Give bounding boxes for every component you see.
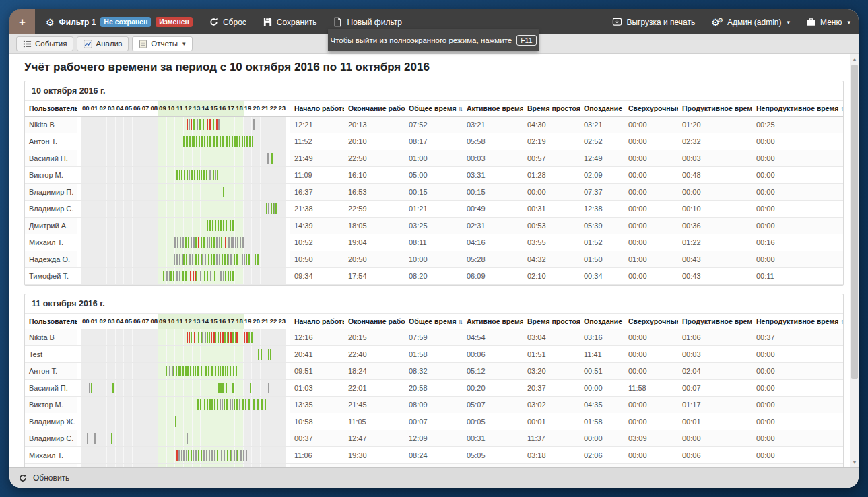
activity-segment	[216, 237, 221, 248]
metric-cell: 00:48	[678, 167, 752, 184]
column-header-metric[interactable]: Общее время	[405, 101, 463, 117]
column-header-metric[interactable]: Продуктивное время	[678, 101, 752, 117]
activity-segment	[234, 399, 238, 410]
metric-cell: 01:58	[580, 413, 624, 430]
column-header-user[interactable]: Пользователь	[25, 314, 77, 329]
column-header-metric[interactable]: Активное время	[463, 101, 523, 117]
column-header-metric[interactable]: Окончание работы	[344, 314, 405, 329]
day-title: 10 октября 2016 г.	[25, 81, 843, 101]
activity-segment	[246, 254, 251, 265]
tab-reports-label: Отчеты	[151, 40, 178, 48]
column-header-metric[interactable]: Начало работы	[290, 314, 344, 329]
activity-segment	[191, 170, 200, 180]
metric-cell: 03:09	[624, 430, 678, 447]
metric-cell: 07:59	[405, 329, 463, 346]
column-header-metric[interactable]: Время простоя	[523, 101, 580, 117]
metric-cell: 20:58	[405, 380, 463, 397]
column-header-metric[interactable]: Сверхурочные	[624, 314, 678, 329]
metric-cell: 03:21	[463, 117, 523, 133]
metric-cell: 11:58	[624, 380, 678, 397]
hour-header-cell: 01	[90, 314, 99, 329]
hour-header-cell: 15	[209, 314, 218, 329]
timeline-grid	[81, 184, 286, 200]
scrollbar-thumb[interactable]	[851, 65, 858, 379]
activity-segment	[207, 136, 212, 147]
column-header-metric[interactable]: Продуктивное время	[678, 314, 752, 329]
tab-events[interactable]: События	[16, 36, 73, 51]
changed-badge: Изменен	[156, 17, 193, 27]
metric-cell: 00:31	[523, 201, 580, 218]
activity-segment	[112, 383, 114, 393]
activity-segment	[207, 332, 211, 343]
metric-cell: 05:05	[463, 447, 523, 464]
column-header-metric[interactable]: Сверхурочные	[624, 101, 678, 117]
timeline-cell	[77, 184, 290, 201]
save-button[interactable]: Сохранить	[255, 9, 325, 34]
fullscreen-tooltip: Чтобы выйти из полноэкранного режима, на…	[328, 29, 539, 51]
tab-analysis[interactable]: Анализ	[77, 36, 129, 51]
metric-cell: 04:30	[523, 117, 580, 133]
activity-segment	[221, 450, 226, 461]
column-header-user[interactable]: Пользователь	[25, 101, 77, 117]
activity-segment	[261, 349, 262, 360]
filter-name-label: Фильтр 1	[59, 18, 96, 27]
scrollbar-down-button[interactable]: ▼	[850, 457, 859, 467]
hour-header-cell: 21	[261, 101, 269, 116]
activity-segment	[231, 450, 236, 461]
metric-cell: 02:32	[678, 133, 752, 150]
tab-reports[interactable]: Отчеты ▾	[132, 36, 192, 51]
metric-cell: 00:57	[523, 150, 580, 167]
activity-segment	[173, 366, 180, 376]
metric-cell: 01:00	[405, 150, 463, 167]
activity-segment	[215, 170, 217, 180]
activity-segment	[187, 433, 188, 444]
metric-cell: 01:51	[523, 346, 580, 363]
hours-header: 0001020304050607080910111213141516171819…	[77, 101, 290, 117]
metric-cell: 00:00	[624, 397, 678, 413]
column-header-metric[interactable]: Опоздание	[580, 101, 624, 117]
export-print-button[interactable]: Выгрузка и печать	[604, 9, 703, 34]
save-label: Сохранить	[277, 18, 317, 27]
reset-button[interactable]: Сброс	[201, 9, 255, 34]
activity-segment	[198, 450, 203, 461]
column-header-metric[interactable]: Общее время	[405, 314, 463, 329]
column-header-metric[interactable]: Окончание работы	[344, 101, 405, 117]
user-name-cell: Владимир Ж.	[25, 413, 77, 430]
activity-segment	[94, 433, 96, 444]
metric-cell: 02:10	[523, 268, 580, 285]
activity-segment	[203, 119, 205, 130]
timeline-cell	[77, 346, 290, 363]
column-header-metric[interactable]: Начало работы	[290, 101, 344, 117]
column-header-metric[interactable]: Опоздание	[580, 314, 624, 329]
column-header-metric[interactable]: Активное время	[463, 314, 523, 329]
hour-header-cell: 04	[116, 314, 125, 329]
column-header-metric[interactable]: Время простоя	[523, 314, 580, 329]
new-filter-label: Новый фильтр	[347, 18, 401, 27]
metric-cell: 00:07	[678, 380, 752, 397]
hour-header-cell: 05	[124, 101, 133, 116]
metric-cell: 00:00	[752, 447, 843, 464]
add-filter-tab-button[interactable]: +	[9, 9, 35, 34]
activity-segment	[163, 271, 166, 281]
activity-segment	[187, 366, 194, 376]
main-menu-button[interactable]: Меню ▾	[798, 9, 859, 34]
table-row: Михаил Т.10:5219:0408:1104:1603:5501:520…	[25, 234, 843, 251]
user-name-cell: Nikita B	[25, 117, 77, 133]
activity-segment	[244, 332, 248, 343]
metric-cell: 21:45	[344, 397, 405, 413]
metric-cell: 00:00	[624, 234, 678, 251]
metric-cell: 11:52	[290, 133, 344, 150]
refresh-button[interactable]: Обновить	[33, 473, 69, 483]
filter-settings-button[interactable]: ⚙ Фильтр 1 Не сохранен Изменен	[35, 9, 201, 34]
table-row: Василий П.21:4922:5001:0000:0300:5712:49…	[25, 150, 843, 167]
column-header-metric[interactable]: Непродуктивное время	[752, 314, 843, 329]
activity-segment	[204, 271, 208, 281]
hour-header-cell: 01	[90, 101, 99, 116]
column-header-metric[interactable]: Непродуктивное время	[752, 101, 843, 117]
activity-segment	[255, 254, 259, 265]
scrollbar-up-button[interactable]: ▲	[850, 54, 859, 64]
timeline-grid	[81, 397, 286, 413]
vertical-scrollbar[interactable]: ▲ ▼	[850, 54, 859, 467]
admin-menu-button[interactable]: ⚙⚙ Админ (admin) ▾	[703, 9, 798, 34]
timeline-grid	[81, 117, 286, 133]
